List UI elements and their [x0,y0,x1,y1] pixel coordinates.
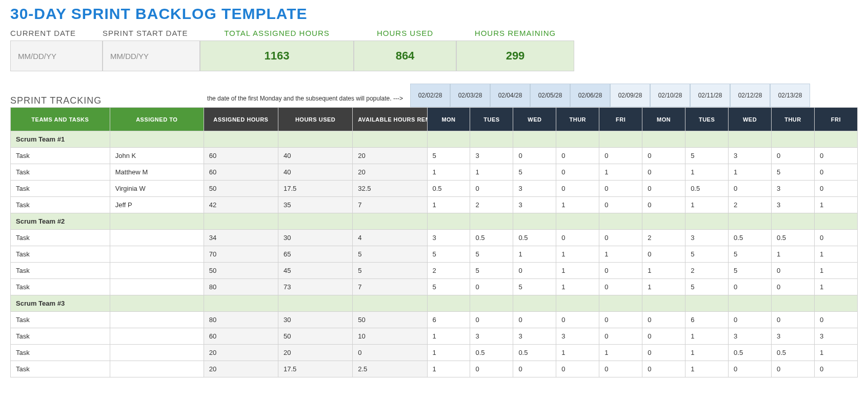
day-cell[interactable]: 0 [513,263,556,279]
day-cell[interactable]: 1 [427,328,470,345]
assigned-to-cell[interactable] [110,246,204,263]
day-cell[interactable]: 1 [814,279,857,295]
day-cell[interactable]: 1 [427,361,470,377]
assigned-to-cell[interactable] [110,345,204,361]
assigned-to-cell[interactable] [110,312,204,328]
day-cell[interactable]: 0.5 [729,230,772,246]
day-cell[interactable]: 0 [642,312,685,328]
day-cell[interactable]: 1 [556,345,599,361]
day-cell[interactable]: 5 [427,148,470,164]
day-cell[interactable]: 1 [642,279,685,295]
hours-used-cell[interactable]: 20 [278,345,352,361]
assigned-hours-cell[interactable]: 50 [204,263,278,279]
task-name-cell[interactable]: Task [11,279,110,295]
day-cell[interactable]: 1 [772,246,815,263]
day-cell[interactable]: 0 [642,361,685,377]
task-name-cell[interactable]: Task [11,230,110,246]
assigned-to-cell[interactable]: Matthew M [110,164,204,181]
day-cell[interactable]: 1 [556,279,599,295]
day-cell[interactable]: 0 [729,312,772,328]
assigned-hours-cell[interactable]: 80 [204,279,278,295]
day-cell[interactable]: 3 [729,328,772,345]
day-cell[interactable]: 1 [556,246,599,263]
hours-used-cell[interactable]: 40 [278,148,352,164]
day-cell[interactable]: 3 [513,181,556,197]
day-cell[interactable]: 3 [772,328,815,345]
sprint-start-field[interactable]: MM/DD/YY [103,41,200,71]
task-name-cell[interactable]: Task [11,345,110,361]
day-cell[interactable]: 5 [513,164,556,181]
day-cell[interactable]: 0 [556,230,599,246]
day-cell[interactable]: 0 [814,181,857,197]
assigned-hours-cell[interactable]: 42 [204,197,278,213]
day-cell[interactable]: 0 [470,279,513,295]
assigned-hours-cell[interactable]: 50 [204,181,278,197]
assigned-to-cell[interactable]: Jeff P [110,197,204,213]
day-cell[interactable]: 3 [685,230,729,246]
day-cell[interactable]: 0 [772,312,815,328]
assigned-hours-cell[interactable]: 60 [204,164,278,181]
hours-used-cell[interactable]: 50 [278,328,352,345]
day-cell[interactable]: 3 [772,197,815,213]
day-cell[interactable]: 1 [599,246,642,263]
day-cell[interactable]: 0 [556,164,599,181]
day-cell[interactable]: 0.5 [513,345,556,361]
day-cell[interactable]: 0 [556,361,599,377]
day-cell[interactable]: 0 [599,328,642,345]
day-cell[interactable]: 2 [642,230,685,246]
day-cell[interactable]: 1 [685,197,729,213]
day-cell[interactable]: 0.5 [685,181,729,197]
day-cell[interactable]: 1 [814,197,857,213]
assigned-hours-cell[interactable]: 70 [204,246,278,263]
day-cell[interactable]: 0 [599,361,642,377]
day-cell[interactable]: 1 [814,263,857,279]
day-cell[interactable]: 3 [556,328,599,345]
day-cell[interactable]: 0.5 [772,230,815,246]
day-cell[interactable]: 5 [470,263,513,279]
day-cell[interactable]: 0 [772,279,815,295]
assigned-hours-cell[interactable]: 34 [204,230,278,246]
day-cell[interactable]: 0 [729,181,772,197]
day-cell[interactable]: 3 [427,230,470,246]
assigned-to-cell[interactable] [110,263,204,279]
assigned-to-cell[interactable] [110,279,204,295]
day-cell[interactable]: 2 [470,197,513,213]
task-name-cell[interactable]: Task [11,361,110,377]
available-cell[interactable]: 20 [353,164,427,181]
task-name-cell[interactable]: Task [11,181,110,197]
hours-used-cell[interactable]: 65 [278,246,352,263]
day-cell[interactable]: 5 [513,279,556,295]
assigned-hours-cell[interactable]: 60 [204,328,278,345]
available-cell[interactable]: 5 [353,263,427,279]
day-cell[interactable]: 0 [642,164,685,181]
task-name-cell[interactable]: Task [11,197,110,213]
day-cell[interactable]: 6 [427,312,470,328]
day-cell[interactable]: 0.5 [772,345,815,361]
assigned-to-cell[interactable]: John K [110,148,204,164]
day-cell[interactable]: 0 [599,148,642,164]
task-name-cell[interactable]: Task [11,312,110,328]
day-cell[interactable]: 0 [772,148,815,164]
day-cell[interactable]: 3 [470,148,513,164]
available-cell[interactable]: 4 [353,230,427,246]
assigned-hours-cell[interactable]: 20 [204,361,278,377]
day-cell[interactable]: 5 [685,246,729,263]
day-cell[interactable]: 1 [729,164,772,181]
day-cell[interactable]: 1 [814,246,857,263]
day-cell[interactable]: 0 [814,230,857,246]
day-cell[interactable]: 0 [599,230,642,246]
day-cell[interactable]: 1 [427,164,470,181]
hours-used-cell[interactable]: 40 [278,164,352,181]
day-cell[interactable]: 0 [814,164,857,181]
day-cell[interactable]: 2 [729,197,772,213]
assigned-hours-cell[interactable]: 80 [204,312,278,328]
day-cell[interactable]: 0 [599,263,642,279]
day-cell[interactable]: 0 [556,312,599,328]
day-cell[interactable]: 5 [685,279,729,295]
day-cell[interactable]: 0.5 [427,181,470,197]
day-cell[interactable]: 0 [513,148,556,164]
day-cell[interactable]: 0 [772,263,815,279]
assigned-to-cell[interactable] [110,328,204,345]
day-cell[interactable]: 5 [729,263,772,279]
day-cell[interactable]: 1 [599,164,642,181]
